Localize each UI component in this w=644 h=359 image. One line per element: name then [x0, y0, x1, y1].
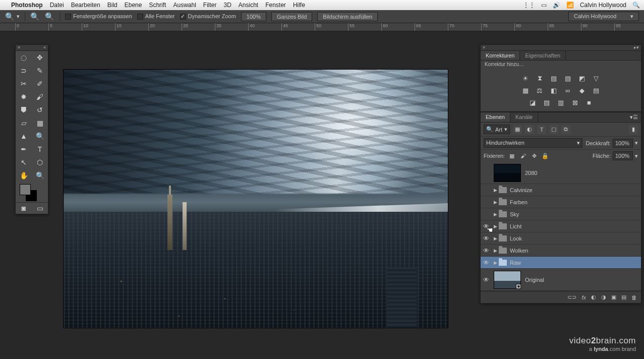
layer-row-calvinize[interactable]: ▶Calvinize: [481, 184, 641, 196]
lasso-tool[interactable]: ⊃: [16, 64, 32, 77]
adjustment-icon-1-4[interactable]: ◆: [577, 86, 587, 94]
adjustment-icon-1-2[interactable]: ◧: [549, 86, 558, 94]
filter-pixel-icon[interactable]: ▦: [513, 125, 522, 134]
folder-disclosure-icon[interactable]: ▶: [492, 200, 499, 205]
dodge-tool[interactable]: ▲: [16, 130, 32, 143]
canvas-area[interactable]: [58, 44, 478, 349]
lock-all-icon[interactable]: 🔒: [541, 152, 549, 160]
layer-name-label[interactable]: 2080: [525, 170, 641, 176]
menubar-extra-icon[interactable]: ⋮⋮: [523, 2, 535, 9]
zoom-out-icon[interactable]: 🔍: [45, 12, 54, 21]
layer-visibility-toggle[interactable]: 👁: [481, 235, 492, 242]
layer-visibility-toggle[interactable]: 👁: [481, 259, 492, 266]
layer-row-licht[interactable]: 👁▶Licht: [481, 220, 641, 232]
layer-name-label[interactable]: Sky: [510, 211, 641, 217]
layer-mask-icon[interactable]: ◐: [591, 294, 596, 301]
tab-kanaele[interactable]: Kanäle: [510, 112, 538, 122]
filter-shape-icon[interactable]: ▢: [549, 125, 558, 134]
lock-position-icon[interactable]: ✥: [530, 152, 538, 160]
crop-tool[interactable]: ✂: [16, 77, 32, 90]
new-fill-adjust-icon[interactable]: ◑: [601, 294, 606, 301]
adjustment-icon-2-0[interactable]: ◪: [528, 98, 537, 106]
adjustment-icon-1-5[interactable]: ▤: [592, 86, 601, 94]
fill-screen-button[interactable]: Bildschirm ausfüllen: [317, 12, 378, 21]
folder-disclosure-icon[interactable]: ▶: [492, 212, 499, 217]
menubar-user[interactable]: Calvin Hollywood: [580, 2, 626, 9]
filter-smart-icon[interactable]: ⧉: [561, 125, 570, 134]
adjustment-icon-0-0[interactable]: ☀: [521, 74, 530, 82]
gradient-tool[interactable]: ▦: [32, 116, 48, 130]
spotlight-icon[interactable]: 🔍: [632, 2, 640, 9]
tools-collapse-icon[interactable]: «: [43, 45, 46, 50]
fit-screen-button[interactable]: Ganzes Bild: [271, 12, 312, 21]
adjustment-icon-0-5[interactable]: ▽: [592, 74, 601, 82]
quickmask-toggle[interactable]: ◙: [16, 203, 32, 214]
panel-flyout-icon[interactable]: ▾☰: [627, 112, 641, 122]
delete-layer-icon[interactable]: 🗑: [631, 294, 637, 301]
filter-adjust-icon[interactable]: ◐: [525, 125, 534, 134]
fill-flyout-icon[interactable]: ▾: [635, 153, 638, 159]
folder-disclosure-icon[interactable]: ▶: [492, 224, 499, 229]
blend-mode-select[interactable]: Hindurchwirken ▾: [484, 138, 582, 148]
marquee-tool[interactable]: ◌: [16, 51, 32, 64]
layer-name-label[interactable]: Look: [510, 235, 641, 242]
scrubby-zoom-checkbox[interactable]: Dynamischer Zoom: [180, 13, 236, 20]
menubar-display-icon[interactable]: ▭: [541, 2, 547, 9]
adjustment-icon-1-0[interactable]: ▦: [521, 86, 530, 94]
link-layers-icon[interactable]: ⊂⊃: [567, 294, 576, 301]
folder-disclosure-icon[interactable]: ▶: [492, 236, 499, 241]
menu-hilfe[interactable]: Hilfe: [293, 2, 305, 9]
eraser-tool[interactable]: ▱: [16, 116, 32, 130]
panel-close-icon[interactable]: ×: [483, 45, 485, 50]
layer-row-raw[interactable]: 👁▶Raw: [481, 257, 641, 269]
layer-name-label[interactable]: Raw: [510, 260, 641, 266]
menubar-wifi-icon[interactable]: 📶: [566, 2, 574, 9]
layer-visibility-toggle[interactable]: 👁: [481, 276, 492, 283]
move-tool[interactable]: ✥: [32, 51, 48, 64]
color-swatches[interactable]: [16, 182, 48, 202]
layer-name-label[interactable]: Original: [525, 277, 641, 283]
layer-visibility-toggle[interactable]: 👁: [481, 247, 492, 254]
menu-filter[interactable]: Filter: [203, 2, 217, 9]
folder-disclosure-icon[interactable]: ▶: [492, 248, 499, 253]
menu-ebene[interactable]: Ebene: [125, 2, 142, 9]
adjustment-icon-1-1[interactable]: ⚖: [535, 86, 544, 94]
screenmode-toggle[interactable]: ▭: [32, 203, 48, 214]
foreground-swatch[interactable]: [20, 184, 31, 195]
layer-thumbnail[interactable]: ▣: [494, 271, 521, 289]
tab-korrekturen[interactable]: Korrekturen: [481, 51, 520, 60]
zoom-percent-button[interactable]: 100%: [241, 12, 266, 21]
adjustment-icon-0-3[interactable]: ▧: [563, 74, 572, 82]
menu-3d[interactable]: 3D: [223, 2, 231, 9]
layer-name-label[interactable]: Licht: [510, 223, 641, 229]
adjustment-icon-0-1[interactable]: ⧗: [535, 74, 544, 82]
shape-tool[interactable]: ⬡: [32, 156, 48, 169]
all-windows-checkbox[interactable]: Alle Fenster: [137, 13, 175, 20]
workspace-switcher[interactable]: Calvin Hollywood▾: [568, 12, 639, 21]
adjustment-icon-2-3[interactable]: ⊠: [570, 98, 579, 106]
layer-name-label[interactable]: Farben: [510, 199, 641, 205]
eyedropper-tool[interactable]: ✐: [32, 77, 48, 90]
layer-thumbnail[interactable]: [494, 164, 521, 182]
hand-tool[interactable]: ✋: [16, 169, 32, 182]
filter-type-icon[interactable]: T: [537, 125, 546, 134]
pen-tool[interactable]: ✒: [16, 143, 32, 156]
fill-input[interactable]: 100%: [613, 151, 633, 160]
zoom-in-icon[interactable]: 🔍: [30, 12, 40, 21]
tab-ebenen[interactable]: Ebenen: [481, 112, 510, 122]
layer-visibility-toggle[interactable]: 👁: [481, 223, 492, 230]
document-canvas[interactable]: [64, 70, 448, 328]
brush-tool[interactable]: 🖌: [32, 90, 48, 103]
layer-fx-icon[interactable]: fx: [581, 294, 586, 301]
folder-disclosure-icon[interactable]: ▶: [492, 260, 499, 265]
menubar-volume-icon[interactable]: 🔊: [553, 2, 560, 9]
clone-stamp-tool[interactable]: ⛊: [16, 103, 32, 116]
history-brush-tool[interactable]: ↺: [32, 103, 48, 116]
panel-menu-icon[interactable]: ▸▾: [634, 45, 639, 50]
folder-disclosure-icon[interactable]: ▶: [492, 188, 499, 193]
filter-toggle[interactable]: ▮: [629, 125, 638, 134]
opacity-input[interactable]: 100%: [613, 139, 633, 148]
path-select-tool[interactable]: ↖: [16, 156, 32, 169]
zoom-tool[interactable]: 🔍: [32, 130, 48, 143]
app-menu[interactable]: Photoshop: [11, 2, 43, 9]
